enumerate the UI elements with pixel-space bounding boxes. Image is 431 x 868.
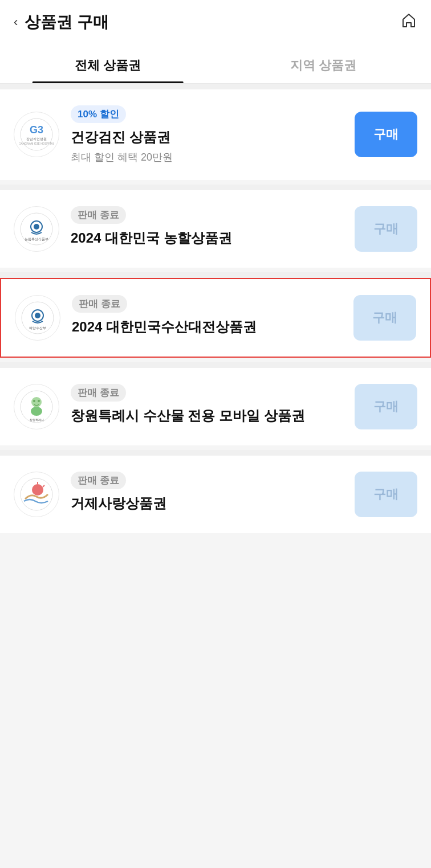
logo-nonghwal: 농림축산식품부 [14,206,59,252]
svg-point-14 [33,400,35,402]
card-nonghwal-content: 판매 종료 2024 대한민국 농할상품권 [71,206,343,251]
logo-changwon: 창원특례시 [14,384,59,429]
svg-point-16 [31,407,42,416]
card-gangnam-subtitle: 최대 할인 혜택 20만원 [71,150,343,164]
discount-badge: 10% 할인 [71,105,126,123]
card-geoje: 판매 종료 거제사랑상품권 구매 [0,456,431,533]
card-nonghwal: 농림축산식품부 판매 종료 2024 대한민국 농할상품권 구매 [0,190,431,268]
svg-text:창원특례시: 창원특례시 [30,418,44,421]
logo-geoje [14,472,59,517]
buy-button-gangnam[interactable]: 구매 [355,112,417,157]
ended-badge-nonghwal: 판매 종료 [71,206,126,224]
page-title: 상품권 구매 [25,11,109,33]
header: ‹ 상품권 구매 [0,0,431,44]
svg-point-10 [35,313,40,318]
svg-text:G3: G3 [30,124,43,136]
card-changwon-title: 창원특례시 수산물 전용 모바일 상품권 [71,406,343,425]
card-susandaejeon-content: 판매 종료 2024 대한민국수산대전상품권 [72,295,342,340]
buy-button-nonghwal[interactable]: 구매 [355,206,417,252]
svg-point-19 [32,484,43,496]
logo-susandaejeon: 해양수산부 [15,295,60,341]
tab-all[interactable]: 전체 상품권 [0,44,216,83]
card-geoje-title: 거제사랑상품권 [71,494,343,513]
divider-1 [0,185,431,190]
card-susandaejeon-title: 2024 대한민국수산대전상품권 [72,317,342,337]
home-svg [400,12,417,29]
buy-button-changwon[interactable]: 구매 [355,384,417,429]
divider-3 [0,362,431,368]
ended-badge-changwon: 판매 종료 [71,384,126,402]
susandaejeon-logo-svg: 해양수산부 [21,301,55,335]
tabs-container: 전체 상품권 지역 상품권 [0,44,431,84]
card-gangnam: G3 강남지인병원 GANGNAM G3E HOSPITAL 10% 할인 건강… [0,89,431,180]
back-button[interactable]: ‹ [14,15,18,30]
buy-button-geoje[interactable]: 구매 [355,472,417,517]
card-changwon-content: 판매 종료 창원특례시 수산물 전용 모바일 상품권 [71,384,343,429]
ended-badge-susandaejeon: 판매 종료 [72,295,127,313]
card-changwon: 창원특례시 판매 종료 창원특례시 수산물 전용 모바일 상품권 구매 [0,368,431,445]
top-divider [0,84,431,89]
card-nonghwal-title: 2024 대한민국 농할상품권 [71,228,343,248]
home-icon[interactable] [400,12,417,33]
svg-point-15 [38,400,40,402]
nonghwal-logo-svg: 농림축산식품부 [19,212,54,246]
header-left: ‹ 상품권 구매 [14,11,109,33]
ended-badge-geoje: 판매 종료 [71,472,126,489]
svg-text:GANGNAM G3E HOSPITAL: GANGNAM G3E HOSPITAL [19,142,54,145]
tab-region[interactable]: 지역 상품권 [216,44,431,83]
divider-2 [0,272,431,278]
logo-gangnam: G3 강남지인병원 GANGNAM G3E HOSPITAL [14,112,59,157]
buy-button-susandaejeon[interactable]: 구매 [353,295,416,341]
svg-text:해양수산부: 해양수산부 [29,326,46,330]
card-susandaejeon: 해양수산부 판매 종료 2024 대한민국수산대전상품권 구매 [0,278,431,358]
svg-text:강남지인병원: 강남지인병원 [26,137,47,141]
changwon-logo-svg: 창원특례시 [19,390,54,424]
card-geoje-content: 판매 종료 거제사랑상품권 [71,472,343,517]
card-gangnam-title: 건강검진 상품권 [71,128,343,147]
gangnam-logo-svg: G3 강남지인병원 GANGNAM G3E HOSPITAL [19,117,54,152]
svg-text:농림축산식품부: 농림축산식품부 [25,238,48,241]
svg-point-6 [34,224,39,230]
card-gangnam-content: 10% 할인 건강검진 상품권 최대 할인 혜택 20만원 [71,105,343,164]
divider-4 [0,450,431,456]
geoje-logo-svg [19,477,54,511]
